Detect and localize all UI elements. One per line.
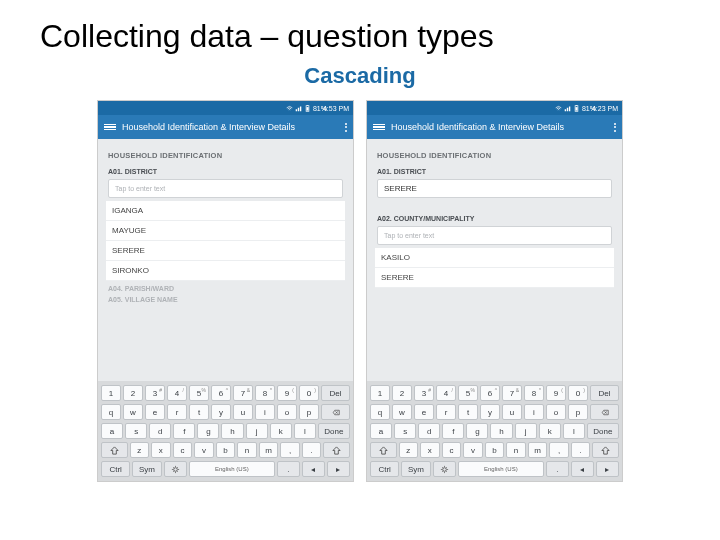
list-item[interactable]: SERERE bbox=[106, 241, 345, 261]
key-2[interactable]: 2 bbox=[123, 385, 143, 401]
key-u[interactable]: u bbox=[233, 404, 253, 420]
q1-input[interactable]: Tap to enter text bbox=[108, 179, 343, 198]
key-right[interactable]: ▸ bbox=[596, 461, 619, 477]
key-4[interactable]: 4/ bbox=[436, 385, 456, 401]
key-m[interactable]: m bbox=[259, 442, 279, 458]
key-c[interactable]: c bbox=[173, 442, 193, 458]
key-c[interactable]: c bbox=[442, 442, 462, 458]
key-n[interactable]: n bbox=[237, 442, 257, 458]
key-d[interactable]: d bbox=[149, 423, 171, 439]
key-g[interactable]: g bbox=[466, 423, 488, 439]
key-0[interactable]: 0) bbox=[568, 385, 588, 401]
key-backspace[interactable] bbox=[590, 404, 619, 420]
key-0[interactable]: 0) bbox=[299, 385, 319, 401]
key-n[interactable]: n bbox=[506, 442, 526, 458]
key-9[interactable]: 9( bbox=[546, 385, 566, 401]
key-6[interactable]: 6^ bbox=[480, 385, 500, 401]
key-i[interactable]: i bbox=[524, 404, 544, 420]
key-j[interactable]: j bbox=[246, 423, 268, 439]
overflow-icon[interactable] bbox=[614, 123, 616, 132]
key-l[interactable]: l bbox=[294, 423, 316, 439]
key-9[interactable]: 9( bbox=[277, 385, 297, 401]
list-item[interactable]: KASILO bbox=[375, 248, 614, 268]
key-8[interactable]: 8* bbox=[524, 385, 544, 401]
key-e[interactable]: e bbox=[414, 404, 434, 420]
key-right[interactable]: ▸ bbox=[327, 461, 350, 477]
key-ctrl[interactable]: Ctrl bbox=[370, 461, 399, 477]
key-o[interactable]: o bbox=[546, 404, 566, 420]
key-8[interactable]: 8* bbox=[255, 385, 275, 401]
key-settings[interactable] bbox=[164, 461, 187, 477]
key-4[interactable]: 4/ bbox=[167, 385, 187, 401]
key-l[interactable]: l bbox=[563, 423, 585, 439]
key-shift-right[interactable] bbox=[592, 442, 619, 458]
key-b[interactable]: b bbox=[216, 442, 236, 458]
key-period[interactable]: . bbox=[571, 442, 591, 458]
key-left[interactable]: ◂ bbox=[302, 461, 325, 477]
hamburger-icon[interactable] bbox=[104, 124, 116, 131]
key-a[interactable]: a bbox=[370, 423, 392, 439]
key-s[interactable]: s bbox=[394, 423, 416, 439]
key-q[interactable]: q bbox=[370, 404, 390, 420]
key-space[interactable]: English (US) bbox=[189, 461, 275, 477]
key-shift-right[interactable] bbox=[323, 442, 350, 458]
key-g[interactable]: g bbox=[197, 423, 219, 439]
key-shift[interactable] bbox=[101, 442, 128, 458]
key-r[interactable]: r bbox=[436, 404, 456, 420]
key-1[interactable]: 1 bbox=[370, 385, 390, 401]
key-settings[interactable] bbox=[433, 461, 456, 477]
key-i[interactable]: i bbox=[255, 404, 275, 420]
list-item[interactable]: SERERE bbox=[375, 268, 614, 288]
key-y[interactable]: y bbox=[211, 404, 231, 420]
key-b[interactable]: b bbox=[485, 442, 505, 458]
key-k[interactable]: k bbox=[270, 423, 292, 439]
q2-input[interactable]: Tap to enter text bbox=[377, 226, 612, 245]
key-period2[interactable]: . bbox=[277, 461, 300, 477]
key-2[interactable]: 2 bbox=[392, 385, 412, 401]
key-del[interactable]: Del bbox=[590, 385, 619, 401]
key-w[interactable]: w bbox=[123, 404, 143, 420]
key-h[interactable]: h bbox=[221, 423, 243, 439]
key-d[interactable]: d bbox=[418, 423, 440, 439]
key-m[interactable]: m bbox=[528, 442, 548, 458]
key-5[interactable]: 5% bbox=[458, 385, 478, 401]
key-p[interactable]: p bbox=[299, 404, 319, 420]
key-x[interactable]: x bbox=[151, 442, 171, 458]
key-k[interactable]: k bbox=[539, 423, 561, 439]
key-3[interactable]: 3# bbox=[145, 385, 165, 401]
key-j[interactable]: j bbox=[515, 423, 537, 439]
key-del[interactable]: Del bbox=[321, 385, 350, 401]
key-v[interactable]: v bbox=[194, 442, 214, 458]
key-comma[interactable]: , bbox=[280, 442, 300, 458]
key-f[interactable]: f bbox=[442, 423, 464, 439]
key-period[interactable]: . bbox=[302, 442, 322, 458]
key-shift[interactable] bbox=[370, 442, 397, 458]
key-done[interactable]: Done bbox=[587, 423, 619, 439]
key-w[interactable]: w bbox=[392, 404, 412, 420]
list-item[interactable]: MAYUGE bbox=[106, 221, 345, 241]
key-5[interactable]: 5% bbox=[189, 385, 209, 401]
key-1[interactable]: 1 bbox=[101, 385, 121, 401]
key-f[interactable]: f bbox=[173, 423, 195, 439]
key-space[interactable]: English (US) bbox=[458, 461, 544, 477]
key-7[interactable]: 7& bbox=[233, 385, 253, 401]
key-t[interactable]: t bbox=[458, 404, 478, 420]
key-ctrl[interactable]: Ctrl bbox=[101, 461, 130, 477]
key-y[interactable]: y bbox=[480, 404, 500, 420]
key-comma[interactable]: , bbox=[549, 442, 569, 458]
hamburger-icon[interactable] bbox=[373, 124, 385, 131]
key-x[interactable]: x bbox=[420, 442, 440, 458]
key-sym[interactable]: Sym bbox=[132, 461, 161, 477]
key-p[interactable]: p bbox=[568, 404, 588, 420]
key-z[interactable]: z bbox=[130, 442, 150, 458]
key-u[interactable]: u bbox=[502, 404, 522, 420]
key-v[interactable]: v bbox=[463, 442, 483, 458]
key-t[interactable]: t bbox=[189, 404, 209, 420]
q1-input[interactable]: SERERE bbox=[377, 179, 612, 198]
key-o[interactable]: o bbox=[277, 404, 297, 420]
key-q[interactable]: q bbox=[101, 404, 121, 420]
key-s[interactable]: s bbox=[125, 423, 147, 439]
key-left[interactable]: ◂ bbox=[571, 461, 594, 477]
key-a[interactable]: a bbox=[101, 423, 123, 439]
key-h[interactable]: h bbox=[490, 423, 512, 439]
